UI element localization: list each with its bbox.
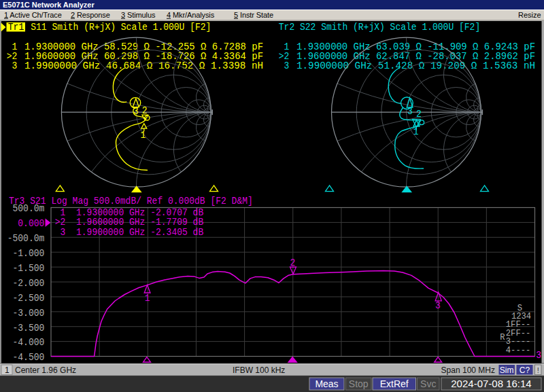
svg-text:1 Active Ch/Trace: 1 Active Ch/Trace [4, 11, 62, 19]
svg-text:1: 1 [5, 366, 10, 375]
svg-text:-4.000: -4.000 [13, 337, 45, 349]
svg-text:-1.500: -1.500 [13, 263, 45, 274]
svg-text:-500.0m: -500.0m [7, 233, 45, 245]
svg-text:4----: 4---- [506, 346, 531, 355]
svg-text:1.9900000 GHz -2.3405 dB: 1.9900000 GHz -2.3405 dB [76, 227, 203, 238]
svg-text:IFBW 100 kHz: IFBW 100 kHz [233, 366, 285, 375]
svg-text:-3.500: -3.500 [13, 323, 45, 334]
svg-text:R: R [500, 333, 505, 342]
svg-text:-2.000: -2.000 [13, 278, 45, 289]
svg-text:Tr2 S22 Smith (R+jX) Scale 1.0: Tr2 S22 Smith (R+jX) Scale 1.000U [F2] [279, 22, 480, 33]
svg-text:-1.000: -1.000 [13, 248, 45, 260]
svg-text:C?: C? [520, 366, 530, 375]
svg-text:3: 3 [133, 106, 139, 118]
svg-text:3: 3 [407, 106, 413, 118]
svg-text:0.000: 0.000 [18, 218, 44, 230]
svg-text:3: 3 [435, 300, 441, 312]
svg-text:Meas: Meas [315, 378, 338, 389]
svg-text:3: 3 [61, 227, 66, 238]
svg-text:3 Stimulus: 3 Stimulus [121, 11, 156, 19]
svg-text:S11 Smith (R+jX) Scale 1.000U: S11 Smith (R+jX) Scale 1.000U [F2] [31, 22, 211, 33]
svg-text:Tr3 S21 Log Mag 500.0mdB/ Ref: Tr3 S21 Log Mag 500.0mdB/ Ref 0.000dB [F… [9, 196, 253, 207]
svg-text:Tr1: Tr1 [8, 22, 24, 33]
svg-text:1.9900000 GHz 51.428 Ω 19.20: 1.9900000 GHz 51.428 Ω 19.209 Ω 1.5363 n… [296, 60, 535, 72]
svg-text:1: 1 [413, 126, 419, 138]
svg-text:Svc: Svc [420, 378, 436, 389]
svg-text:Stop: Stop [349, 378, 369, 389]
svg-text:Resize: Resize [518, 11, 541, 19]
svg-text:-3.000: -3.000 [13, 308, 45, 319]
svg-text:Sim: Sim [500, 366, 514, 375]
svg-text:E5071C Network Analyzer: E5071C Network Analyzer [3, 1, 95, 9]
svg-text:-4.500: -4.500 [13, 352, 45, 363]
svg-text:-2.500: -2.500 [13, 293, 45, 304]
svg-text:3: 3 [536, 350, 541, 361]
svg-text:Span 100 MHz: Span 100 MHz [441, 366, 495, 375]
svg-text:1: 1 [141, 130, 146, 141]
svg-text:3: 3 [12, 60, 18, 72]
svg-text:3: 3 [284, 60, 290, 72]
svg-text:ExtRef: ExtRef [380, 378, 409, 389]
svg-text:2: 2 [416, 109, 422, 120]
svg-text:Center 1.96 GHz: Center 1.96 GHz [15, 366, 76, 375]
svg-text:4 Mkr/Analysis: 4 Mkr/Analysis [167, 11, 215, 19]
svg-text:5 Instr State: 5 Instr State [234, 11, 273, 19]
svg-text:500.0m: 500.0m [13, 203, 45, 215]
svg-text:1: 1 [145, 293, 150, 304]
svg-text:!: ! [537, 366, 539, 374]
svg-text:2024-07-08 16:14: 2024-07-08 16:14 [451, 378, 531, 389]
svg-text:2 Response: 2 Response [71, 11, 110, 19]
